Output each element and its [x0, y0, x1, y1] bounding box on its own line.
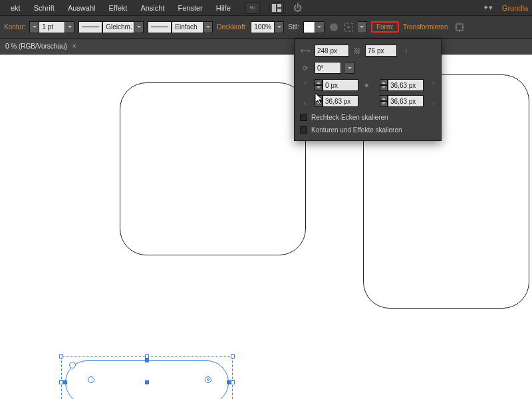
document-tab[interactable]: 0 % (RGB/Vorschau) ×	[5, 43, 76, 50]
opacity-field[interactable]: 100%	[251, 21, 275, 33]
center-point[interactable]	[145, 380, 149, 384]
stroke-profile-field[interactable]: Gleichm.	[102, 21, 134, 33]
corner-bl-spinner[interactable]	[315, 95, 358, 107]
width-field[interactable]	[315, 45, 349, 57]
corner-link-icon[interactable]: ✷	[362, 79, 370, 91]
corner-bl-field[interactable]	[323, 95, 358, 107]
control-bar: Kontur: 1 pt Gleichm. Einfach Deckkraft:…	[0, 16, 532, 39]
menu-schrift[interactable]: Schrift	[27, 4, 61, 12]
close-icon[interactable]: ×	[72, 43, 76, 50]
corner-tr-field[interactable]	[388, 79, 424, 91]
height-icon: ↕	[401, 45, 412, 56]
scale-strokes-checkbox[interactable]	[300, 126, 307, 134]
anchor-left[interactable]	[63, 380, 67, 384]
menu-hilfe[interactable]: Hilfe	[209, 4, 237, 12]
angle-field[interactable]	[315, 62, 341, 74]
scale-corners-label: Rechteck-Ecken skalieren	[311, 114, 388, 121]
corner-br-spinner[interactable]	[380, 95, 424, 107]
scale-strokes-label: Konturen und Effekte skalieren	[311, 126, 402, 134]
height-field[interactable]	[365, 45, 397, 57]
corner-tl-icon[interactable]: ⌜	[300, 80, 311, 90]
width-icon: ⟷	[300, 45, 311, 56]
transform-button[interactable]: Transformieren	[403, 23, 448, 31]
kontur-label: Kontur:	[4, 23, 25, 31]
menu-effekt[interactable]: Effekt	[102, 4, 134, 12]
rect-shape-1[interactable]	[120, 82, 306, 255]
arrange-docs-icon[interactable]	[269, 2, 284, 14]
anchor-right[interactable]	[227, 380, 231, 384]
menu-fenster[interactable]: Fenster	[171, 4, 209, 12]
style-label: Stil:	[288, 23, 299, 31]
style-dropdown[interactable]	[315, 21, 325, 33]
svg-rect-1	[277, 4, 281, 7]
opacity-dropdown[interactable]	[275, 21, 284, 33]
brush-dropdown[interactable]	[203, 21, 213, 33]
angle-icon: ⟳	[300, 63, 311, 73]
brush-swatch[interactable]	[148, 21, 172, 33]
align-dropdown[interactable]	[358, 21, 367, 33]
isolate-icon[interactable]	[454, 22, 465, 33]
stroke-weight-stepper[interactable]	[29, 21, 39, 33]
style-swatch[interactable]	[303, 21, 315, 33]
svg-point-3	[330, 23, 338, 31]
gpu-icon[interactable]: ⏻	[293, 3, 302, 13]
menu-auswahl[interactable]: Auswahl	[61, 4, 102, 12]
document-tab-bar: 0 % (RGB/Vorschau) ×	[0, 39, 532, 55]
opacity-label: Deckkraft:	[217, 23, 247, 31]
bbox-handle-tr[interactable]	[231, 354, 235, 358]
corner-tr-icon[interactable]: ⌝	[428, 80, 438, 90]
menu-ansicht[interactable]: Ansicht	[134, 4, 171, 12]
angle-dropdown[interactable]	[345, 62, 354, 74]
menu-objekt[interactable]: ekt	[4, 4, 27, 12]
align-icon[interactable]	[343, 22, 354, 33]
shape-panel: ⟷ ⛓ ↕ ⟳ ⌜ ✷ ⌝ ⌞ ⌟	[294, 39, 442, 141]
live-corner-inner[interactable]	[88, 376, 94, 383]
link-wh-icon[interactable]: ⛓	[353, 45, 361, 57]
form-button[interactable]: Form:	[371, 21, 399, 33]
svg-point-5	[347, 26, 349, 28]
document-tab-label: 0 % (RGB/Vorschau)	[5, 43, 67, 50]
brush-field[interactable]: Einfach	[172, 21, 203, 33]
recolor-icon[interactable]	[329, 22, 339, 33]
notification-icon[interactable]: ✦▾	[483, 3, 493, 12]
corner-br-icon[interactable]: ⌟	[428, 96, 438, 106]
scale-corners-checkbox[interactable]	[300, 114, 307, 121]
live-corner-r[interactable]	[205, 376, 211, 383]
menu-bar: ekt Schrift Auswahl Effekt Ansicht Fenst…	[0, 0, 532, 16]
bbox-handle-r[interactable]	[231, 380, 235, 384]
corner-tl-spinner[interactable]	[315, 79, 358, 91]
corner-tl-field[interactable]	[323, 79, 358, 91]
corner-tr-spinner[interactable]	[380, 79, 424, 91]
corner-br-field[interactable]	[388, 95, 424, 107]
canvas[interactable]	[0, 55, 532, 399]
workspace-label[interactable]: Grundla	[502, 4, 528, 12]
stroke-weight-dropdown[interactable]	[65, 21, 74, 33]
bridge-icon[interactable]: Br	[245, 2, 260, 14]
stroke-weight-field[interactable]: 1 pt	[39, 21, 65, 33]
svg-rect-0	[272, 4, 276, 12]
stroke-profile-swatch[interactable]	[78, 21, 102, 33]
stroke-profile-dropdown[interactable]	[134, 21, 144, 33]
selected-shape[interactable]	[61, 356, 233, 399]
live-corner-tl[interactable]	[69, 362, 76, 368]
anchor-top[interactable]	[145, 358, 149, 362]
bbox-handle-tl[interactable]	[59, 354, 63, 358]
svg-rect-2	[277, 9, 281, 12]
corner-bl-icon[interactable]: ⌞	[300, 96, 311, 106]
